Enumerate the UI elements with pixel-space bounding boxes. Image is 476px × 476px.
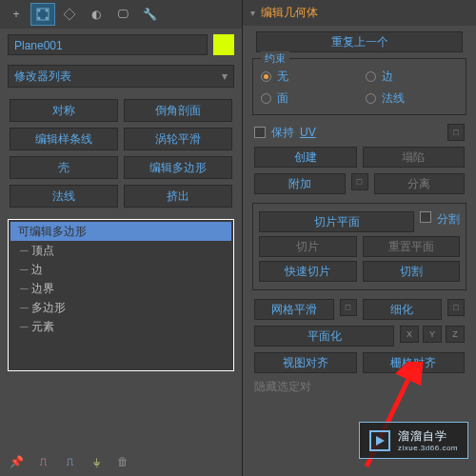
tessellate-button[interactable]: 细化 bbox=[363, 299, 443, 320]
btn-shell[interactable]: 壳 bbox=[10, 156, 118, 179]
slice-group: 切片平面 分割 切片 重置平面 快速切片 切割 bbox=[252, 203, 466, 290]
constraint-title: 约束 bbox=[261, 51, 289, 66]
trash-icon[interactable]: 🗑 bbox=[114, 453, 131, 470]
attach-button[interactable]: 附加 bbox=[254, 173, 346, 194]
split-label: 分割 bbox=[437, 211, 460, 232]
radio-normal[interactable]: 法线 bbox=[366, 90, 459, 107]
split-checkbox[interactable] bbox=[420, 211, 431, 223]
display-icon[interactable]: 🖵 bbox=[110, 3, 135, 26]
stack-edge[interactable]: 边 bbox=[10, 260, 231, 279]
slice-plane-button[interactable]: 切片平面 bbox=[259, 211, 414, 232]
btn-chamfer-profile[interactable]: 倒角剖面 bbox=[124, 99, 232, 122]
section-title: 编辑几何体 bbox=[261, 5, 318, 21]
watermark-text: 溜溜自学 bbox=[398, 429, 447, 443]
stack-polygon[interactable]: 多边形 bbox=[10, 298, 231, 317]
planar-x-button[interactable]: X bbox=[400, 326, 419, 343]
svg-point-4 bbox=[46, 17, 49, 20]
btn-edit-spline[interactable]: 编辑样条线 bbox=[10, 128, 118, 150]
show-end-icon[interactable]: ⎍ bbox=[61, 453, 78, 470]
cut-button[interactable]: 切割 bbox=[363, 261, 461, 282]
bulb-icon[interactable]: ⎍ bbox=[34, 453, 51, 470]
svg-point-1 bbox=[38, 10, 41, 12]
radio-dot-icon bbox=[261, 93, 271, 104]
play-icon bbox=[369, 430, 390, 451]
svg-point-2 bbox=[46, 10, 49, 12]
btn-symmetry[interactable]: 对称 bbox=[10, 99, 118, 122]
attach-settings[interactable]: □ bbox=[351, 173, 368, 190]
stack-root[interactable]: 可编辑多边形 bbox=[10, 222, 231, 241]
modifier-icon[interactable] bbox=[30, 3, 55, 26]
radio-face[interactable]: 面 bbox=[261, 90, 354, 107]
slice-button[interactable]: 切片 bbox=[259, 236, 357, 257]
reset-plane-button[interactable]: 重置平面 bbox=[363, 236, 461, 257]
radio-dot-icon bbox=[366, 93, 376, 104]
svg-point-3 bbox=[38, 17, 41, 20]
grid-align-button[interactable]: 栅格对齐 bbox=[363, 352, 466, 373]
create-button[interactable]: 创建 bbox=[254, 147, 357, 168]
hierarchy-icon[interactable] bbox=[57, 3, 82, 26]
btn-edit-poly[interactable]: 编辑多边形 bbox=[124, 156, 232, 179]
mesh-smooth-button[interactable]: 网格平滑 bbox=[254, 299, 334, 320]
modifier-stack[interactable]: 可编辑多边形 顶点 边 边界 多边形 元素 bbox=[8, 219, 234, 371]
mesh-smooth-settings[interactable]: □ bbox=[340, 299, 357, 316]
constraint-group: 约束 无 边 面 法线 bbox=[252, 58, 466, 115]
planar-y-button[interactable]: Y bbox=[423, 326, 442, 343]
btn-extrude[interactable]: 挤出 bbox=[124, 185, 232, 208]
stack-toolbar: 📌 ⎍ ⎍ ⏚ 🗑 bbox=[8, 453, 131, 470]
repeat-last-button[interactable]: 重复上一个 bbox=[256, 31, 463, 52]
quick-slice-button[interactable]: 快速切片 bbox=[259, 261, 357, 282]
preserve-label: 保持 bbox=[271, 125, 294, 141]
pin-icon[interactable]: 📌 bbox=[8, 453, 25, 470]
utilities-icon[interactable]: 🔧 bbox=[137, 3, 162, 26]
btn-normal[interactable]: 法线 bbox=[10, 185, 118, 208]
preserve-uv-settings[interactable]: □ bbox=[447, 124, 465, 141]
preserve-uv-checkbox[interactable] bbox=[254, 127, 266, 138]
radio-none[interactable]: 无 bbox=[261, 69, 354, 85]
object-name-input[interactable]: Plane001 bbox=[8, 34, 208, 55]
stack-vertex[interactable]: 顶点 bbox=[10, 241, 231, 260]
planarize-button[interactable]: 平面化 bbox=[254, 326, 394, 347]
preserve-uv-row: 保持 UV □ bbox=[243, 121, 476, 144]
detach-button[interactable]: 分离 bbox=[374, 173, 466, 194]
object-color-swatch[interactable] bbox=[213, 34, 234, 55]
btn-turbosmooth[interactable]: 涡轮平滑 bbox=[124, 128, 232, 150]
collapse-button[interactable]: 塌陷 bbox=[363, 147, 466, 168]
modifier-quick-buttons: 对称 倒角剖面 编辑样条线 涡轮平滑 壳 编辑多边形 法线 挤出 bbox=[0, 91, 242, 215]
section-edit-geometry[interactable]: 编辑几何体 bbox=[243, 0, 476, 26]
modifier-list-label: 修改器列表 bbox=[14, 69, 71, 85]
tessellate-settings[interactable]: □ bbox=[447, 299, 465, 316]
watermark-sub: zixue.3d66.com bbox=[398, 444, 458, 452]
modifier-list-dropdown[interactable]: 修改器列表 bbox=[8, 65, 234, 88]
watermark: 溜溜自学 zixue.3d66.com bbox=[359, 422, 468, 459]
radio-dot-icon bbox=[366, 71, 376, 82]
uv-label: UV bbox=[300, 126, 316, 139]
planar-z-button[interactable]: Z bbox=[446, 326, 465, 343]
make-unique-icon[interactable]: ⏚ bbox=[88, 453, 105, 470]
add-icon[interactable]: + bbox=[4, 3, 29, 26]
radio-edge[interactable]: 边 bbox=[366, 69, 459, 85]
radio-dot-icon bbox=[261, 71, 271, 82]
top-toolbar: + ◐ 🖵 🔧 bbox=[0, 0, 242, 29]
view-align-button[interactable]: 视图对齐 bbox=[254, 352, 357, 373]
motion-icon[interactable]: ◐ bbox=[84, 3, 109, 26]
stack-element[interactable]: 元素 bbox=[10, 317, 231, 336]
stack-border[interactable]: 边界 bbox=[10, 279, 231, 298]
hide-selected-label: 隐藏选定对 bbox=[254, 379, 311, 395]
